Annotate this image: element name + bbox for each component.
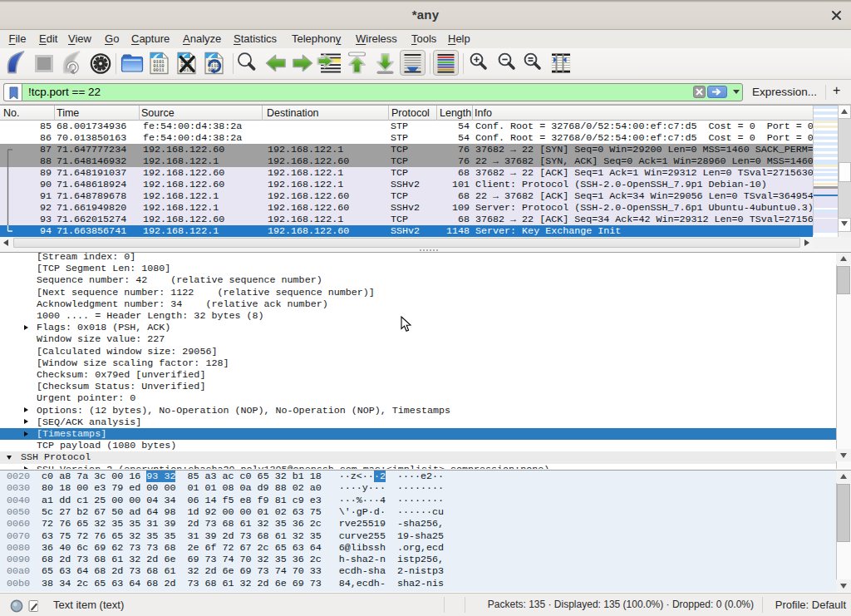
svg-text:0011: 0011 bbox=[153, 67, 165, 73]
